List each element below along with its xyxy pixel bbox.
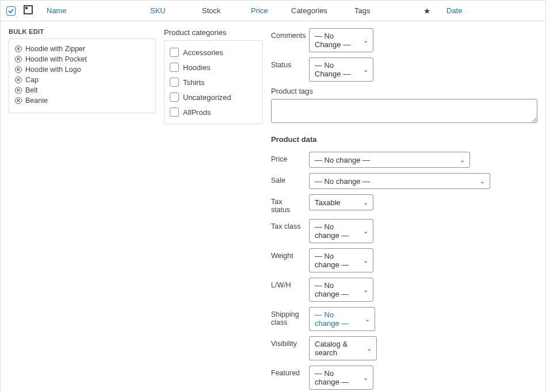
category-item: Accessories xyxy=(170,45,257,60)
status-label: Status xyxy=(271,57,303,69)
status-select[interactable]: — No Change — ⌄ xyxy=(309,57,373,82)
header-categories: Categories xyxy=(291,6,354,15)
tax-class-label: Tax class xyxy=(271,219,303,230)
image-icon xyxy=(24,5,33,14)
visibility-label: Visibility xyxy=(271,336,303,348)
product-name: Hoodie with Logo xyxy=(25,66,81,74)
chevron-down-icon: ⌄ xyxy=(480,178,485,185)
bulk-product-item: ✕ Belt xyxy=(15,85,150,95)
select-value: — No change — xyxy=(315,369,357,386)
price-select[interactable]: — No change — ⌄ xyxy=(309,152,470,168)
product-tags-label: Product tags xyxy=(271,87,537,95)
categories-list: Accessories Hoodies Tshirts Uncategorize… xyxy=(164,40,263,124)
select-value: — No change — xyxy=(315,281,357,298)
product-table-header: Name SKU Stock Price Categories Tags ★ D… xyxy=(1,1,545,21)
weight-select[interactable]: — No change — ⌄ xyxy=(309,248,373,272)
chevron-down-icon: ⌄ xyxy=(363,286,368,294)
header-image-cell xyxy=(24,5,47,16)
product-name: Hoodie with Pocket xyxy=(25,55,87,63)
category-item: Tshirts xyxy=(170,75,257,90)
header-stock: Stock xyxy=(202,6,251,15)
select-value: — No change — xyxy=(315,310,358,328)
shipping-class-row: Shipping class — No change — ⌄ xyxy=(271,307,537,331)
bulk-products-list: ✕ Hoodie with Zipper ✕ Hoodie with Pocke… xyxy=(9,39,156,113)
category-item: AllProds xyxy=(170,105,257,120)
chevron-down-icon: ⌄ xyxy=(363,199,368,206)
price-row: Price — No change — ⌄ xyxy=(271,152,537,168)
bulk-products-column: BULK EDIT ✕ Hoodie with Zipper ✕ Hoodie … xyxy=(9,28,156,392)
select-value: — No change — xyxy=(315,252,357,269)
chevron-down-icon: ⌄ xyxy=(363,257,368,264)
remove-icon[interactable]: ✕ xyxy=(15,76,22,83)
shipping-class-label: Shipping class xyxy=(271,307,303,326)
select-value: Taxable xyxy=(315,198,341,207)
header-price[interactable]: Price xyxy=(251,6,291,15)
header-checkbox-cell xyxy=(6,6,24,16)
weight-label: Weight xyxy=(271,248,303,260)
weight-row: Weight — No change — ⌄ xyxy=(271,248,537,272)
tax-status-label: Tax status xyxy=(271,194,303,214)
lwh-select[interactable]: — No change — ⌄ xyxy=(309,278,373,302)
header-featured: ★ xyxy=(423,6,446,16)
tax-status-select[interactable]: Taxable ⌄ xyxy=(309,194,373,210)
chevron-down-icon: ⌄ xyxy=(363,37,368,44)
remove-icon[interactable]: ✕ xyxy=(15,56,22,63)
bulk-product-item: ✕ Hoodie with Logo xyxy=(15,64,150,75)
category-checkbox[interactable] xyxy=(170,48,179,57)
category-label: AllProds xyxy=(183,108,211,117)
lwh-row: L/W/H — No change — ⌄ xyxy=(271,278,537,302)
featured-label: Featured xyxy=(271,366,303,377)
product-data-column: Comments — No Change — ⌄ Status — No Cha… xyxy=(271,28,537,392)
tax-class-row: Tax class — No change — ⌄ xyxy=(271,219,537,243)
tax-class-select[interactable]: — No change — ⌄ xyxy=(309,219,373,243)
category-checkbox[interactable] xyxy=(170,93,179,102)
remove-icon[interactable]: ✕ xyxy=(15,87,22,94)
category-label: Tshirts xyxy=(183,78,205,87)
header-tags: Tags xyxy=(354,6,423,15)
status-row: Status — No Change — ⌄ xyxy=(271,57,537,82)
bulk-edit-body: BULK EDIT ✕ Hoodie with Zipper ✕ Hoodie … xyxy=(1,21,545,392)
category-label: Uncategorized xyxy=(183,93,231,102)
chevron-down-icon: ⌄ xyxy=(363,374,368,382)
category-checkbox[interactable] xyxy=(170,63,179,72)
bulk-product-item: ✕ Hoodie with Zipper xyxy=(15,44,150,54)
select-value: — No Change — xyxy=(315,32,357,49)
star-icon: ★ xyxy=(423,6,431,16)
visibility-select[interactable]: Catalog & search ⌄ xyxy=(309,336,377,360)
visibility-row: Visibility Catalog & search ⌄ xyxy=(271,336,537,360)
product-name: Cap xyxy=(25,76,39,84)
featured-row: Featured — No change — ⌄ xyxy=(271,366,537,390)
remove-icon[interactable]: ✕ xyxy=(15,97,22,104)
select-value: — No Change — xyxy=(315,61,357,78)
product-name: Hoodie with Zipper xyxy=(25,45,85,53)
category-label: Hoodies xyxy=(183,63,211,72)
categories-column: Product categories Accessories Hoodies T… xyxy=(164,28,263,392)
category-checkbox[interactable] xyxy=(170,107,179,117)
remove-icon[interactable]: ✕ xyxy=(15,45,22,52)
shipping-class-select[interactable]: — No change — ⌄ xyxy=(309,307,375,331)
product-name: Beanie xyxy=(25,97,48,105)
category-checkbox[interactable] xyxy=(170,78,179,87)
featured-select[interactable]: — No change — ⌄ xyxy=(309,366,373,390)
bulk-product-item: ✕ Cap xyxy=(15,75,150,85)
price-label: Price xyxy=(271,152,303,163)
comments-select[interactable]: — No Change — ⌄ xyxy=(309,28,373,52)
tax-status-row: Tax status Taxable ⌄ xyxy=(271,194,537,214)
product-name: Belt xyxy=(25,86,38,94)
product-tags-textarea[interactable] xyxy=(271,99,537,123)
remove-icon[interactable]: ✕ xyxy=(15,66,22,73)
category-item: Hoodies xyxy=(170,60,257,75)
comments-row: Comments — No Change — ⌄ xyxy=(271,28,537,52)
sale-select[interactable]: — No change — ⌄ xyxy=(309,173,490,189)
chevron-down-icon: ⌄ xyxy=(363,66,368,74)
select-value: — No change — xyxy=(315,222,357,240)
check-icon xyxy=(8,8,14,14)
select-value: Catalog & search xyxy=(315,340,360,357)
header-name[interactable]: Name xyxy=(47,6,150,15)
chevron-down-icon: ⌄ xyxy=(366,345,372,352)
select-all-checkbox[interactable] xyxy=(6,6,16,16)
bulk-product-item: ✕ Hoodie with Pocket xyxy=(15,54,150,64)
chevron-down-icon: ⌄ xyxy=(365,316,370,323)
header-date[interactable]: Date xyxy=(446,6,481,15)
header-sku[interactable]: SKU xyxy=(150,6,202,15)
